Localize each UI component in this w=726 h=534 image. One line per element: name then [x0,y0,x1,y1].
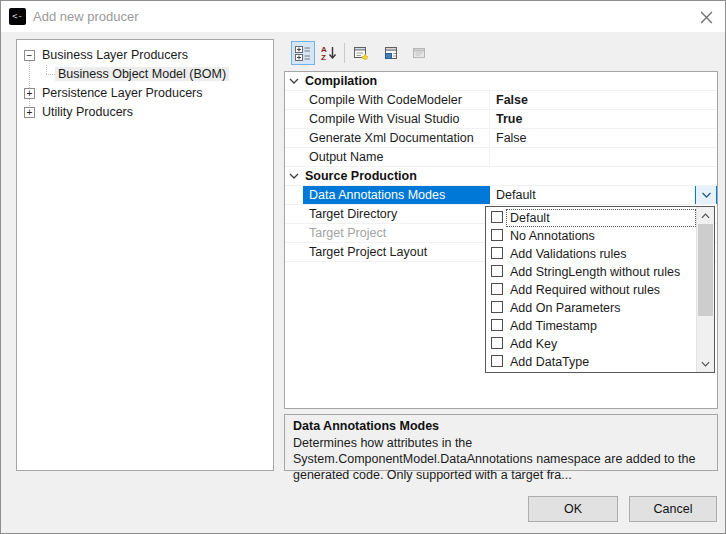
add-property-tab-icon [353,45,369,61]
producer-tree: − Business Layer Producers Business Obje… [16,39,274,471]
property-value[interactable]: False [490,129,717,147]
checkbox[interactable] [491,247,503,259]
app-logo-icon: <- [9,8,26,25]
dropdown-item-add-validations-rules[interactable]: Add Validations rules [486,245,696,263]
property-name: Target Project [303,224,490,242]
description-text: Determines how attributes in the System.… [293,435,709,483]
combo-value: Default [496,188,536,202]
checkbox[interactable] [491,265,503,277]
add-property-tab-button[interactable] [349,41,373,65]
alphabetical-sort-button[interactable]: A Z [317,41,341,65]
titlebar: <- Add new producer [1,1,725,32]
data-annotations-dropdown: Default No Annotations Add Validations r… [485,206,715,373]
checkbox[interactable] [491,301,503,313]
property-value[interactable]: Default [490,186,717,204]
checkbox[interactable] [491,229,503,241]
scrollbar-thumb[interactable] [698,224,713,316]
category-row-compilation[interactable]: Compilation [285,72,717,91]
dropdown-list: Default No Annotations Add Validations r… [486,207,696,372]
checkbox[interactable] [491,211,503,223]
property-name: Compile With Visual Studio [303,110,490,128]
show-attached-properties-button[interactable] [379,41,403,65]
tree-expander-minus-icon[interactable]: − [24,50,35,61]
combo-dropdown-button[interactable] [695,186,717,204]
dropdown-item-add-required-without-rules[interactable]: Add Required without rules [486,281,696,299]
description-title: Data Annotations Modes [293,419,709,433]
tree-item-utility-producers[interactable]: Utility Producers [39,103,136,122]
dropdown-item-no-annotations[interactable]: No Annotations [486,227,696,245]
dropdown-item-add-key[interactable]: Add Key [486,335,696,353]
dropdown-scrollbar[interactable] [696,207,714,372]
property-description-panel: Data Annotations Modes Determines how at… [284,414,718,471]
tree-connector [46,65,47,74]
property-name: Output Name [303,148,490,166]
toolbar-separator [344,43,345,63]
property-name: Generate Xml Documentation [303,129,490,147]
dropdown-item-add-timestamp[interactable]: Add Timestamp [486,317,696,335]
dropdown-item-add-on-parameters[interactable]: Add On Parameters [486,299,696,317]
tree-connector [29,60,30,112]
property-pages-button [407,41,431,65]
svg-text:Z: Z [321,53,326,61]
chevron-down-icon [701,191,712,199]
tree-connector [46,74,55,75]
tree-expander-plus-icon[interactable]: + [24,88,35,99]
categorized-view-icon [295,45,311,61]
show-attached-properties-icon [383,45,399,61]
dropdown-item-default[interactable]: Default [486,209,696,227]
property-row[interactable]: Compile With Visual Studio True [285,110,717,129]
property-row[interactable]: Generate Xml Documentation False [285,129,717,148]
close-icon[interactable] [693,5,719,29]
property-name: Compile With CodeModeler [303,91,490,109]
property-value[interactable]: False [490,91,717,109]
checkbox[interactable] [491,337,503,349]
checkbox[interactable] [491,319,503,331]
property-pages-icon [411,45,427,61]
dropdown-item-add-datatype[interactable]: Add DataType [486,353,696,371]
category-label: Source Production [303,167,417,185]
categorized-view-button[interactable] [291,41,315,65]
cancel-button[interactable]: Cancel [629,496,717,522]
scroll-down-icon[interactable] [697,355,714,372]
ok-button[interactable]: OK [528,496,618,522]
property-row[interactable]: Output Name [285,148,717,167]
window-title: Add new producer [33,1,139,32]
alphabetical-sort-icon: A Z [321,45,337,61]
dropdown-item-add-stringlength-without-rules[interactable]: Add StringLength without rules [486,263,696,281]
property-name: Data Annotations Modes [303,186,490,204]
property-row-data-annotations-modes[interactable]: Data Annotations Modes Default [285,186,717,205]
tree-item-business-layer-producers[interactable]: Business Layer Producers [39,46,191,65]
property-name: Target Directory [303,205,490,223]
tree-item-business-object-model[interactable]: Business Object Model (BOM) [55,65,229,84]
add-new-producer-dialog: <- Add new producer − Business Layer Pro… [0,0,726,534]
chevron-down-icon[interactable] [285,167,303,185]
property-name: Target Project Layout [303,243,490,261]
category-row-source-production[interactable]: Source Production [285,167,717,186]
category-label: Compilation [303,72,377,90]
scroll-up-icon[interactable] [697,207,714,224]
tree-expander-plus-icon[interactable]: + [24,107,35,118]
checkbox[interactable] [491,283,503,295]
checkbox[interactable] [491,355,503,367]
property-value[interactable]: True [490,110,717,128]
property-value[interactable] [490,148,717,166]
tree-item-persistence-layer-producers[interactable]: Persistence Layer Producers [39,84,206,103]
chevron-down-icon[interactable] [285,72,303,90]
property-row[interactable]: Compile With CodeModeler False [285,91,717,110]
